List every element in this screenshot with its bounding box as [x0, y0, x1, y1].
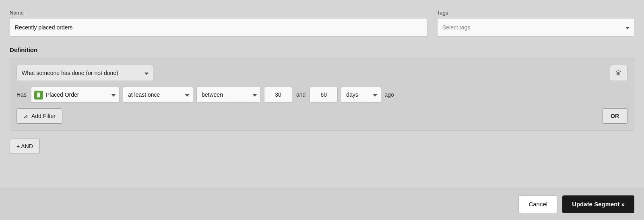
trash-icon: 🗑	[615, 69, 622, 77]
tags-select[interactable]: Select tags	[437, 18, 634, 37]
name-input[interactable]	[10, 18, 427, 37]
event-select[interactable]: Placed Order Viewed Product	[31, 87, 120, 103]
timing-select[interactable]: between before after in the last	[196, 87, 261, 103]
filter-row: Has Placed Order Viewed Product	[17, 87, 627, 103]
condition-type-select-wrapper: What someone has done (or not done) What…	[17, 65, 153, 81]
definition-section: Definition What someone has done (or not…	[10, 46, 634, 131]
tags-label: Tags	[437, 10, 634, 16]
unit-select-wrapper: days weeks months	[341, 87, 381, 103]
timing-select-wrapper: between before after in the last	[196, 87, 261, 103]
add-filter-label: Add Filter	[31, 113, 56, 119]
add-filter-button[interactable]: ⊿ Add Filter	[17, 108, 62, 124]
or-label: OR	[611, 113, 619, 119]
and-section: + AND	[10, 139, 634, 154]
ago-label: ago	[384, 91, 394, 98]
delete-condition-button[interactable]: 🗑	[610, 65, 627, 81]
footer-bar: Cancel Update Segment »	[0, 188, 644, 220]
frequency-select[interactable]: at least once exactly at least at most	[123, 87, 193, 103]
tags-select-wrapper: Select tags	[437, 18, 634, 37]
condition-type-chevron-icon	[144, 70, 149, 76]
filter-icon: ⊿	[23, 113, 28, 119]
event-select-wrapper: Placed Order Viewed Product	[31, 87, 120, 103]
cancel-button[interactable]: Cancel	[518, 195, 557, 213]
name-field-group: Name	[10, 10, 427, 37]
or-button[interactable]: OR	[602, 108, 627, 124]
tags-field-group: Tags Select tags	[437, 10, 634, 37]
and-button[interactable]: + AND	[10, 139, 40, 154]
has-label: Has	[17, 91, 28, 98]
unit-select[interactable]: days weeks months	[341, 87, 381, 103]
condition-type-row: What someone has done (or not done) What…	[17, 65, 627, 81]
update-label: Update Segment »	[572, 201, 625, 208]
cancel-label: Cancel	[528, 201, 547, 208]
update-segment-button[interactable]: Update Segment »	[562, 195, 634, 213]
frequency-select-wrapper: at least once exactly at least at most	[123, 87, 193, 103]
condition-type-select[interactable]: What someone has done (or not done) What…	[17, 65, 153, 81]
definition-box: What someone has done (or not done) What…	[10, 58, 634, 131]
and-label: and	[295, 91, 306, 98]
value1-input[interactable]	[264, 87, 292, 103]
name-label: Name	[10, 10, 427, 16]
definition-title: Definition	[10, 46, 634, 53]
and-button-label: + AND	[17, 143, 33, 149]
value2-input[interactable]	[310, 87, 338, 103]
bottom-filter-row: ⊿ Add Filter OR	[17, 108, 627, 124]
